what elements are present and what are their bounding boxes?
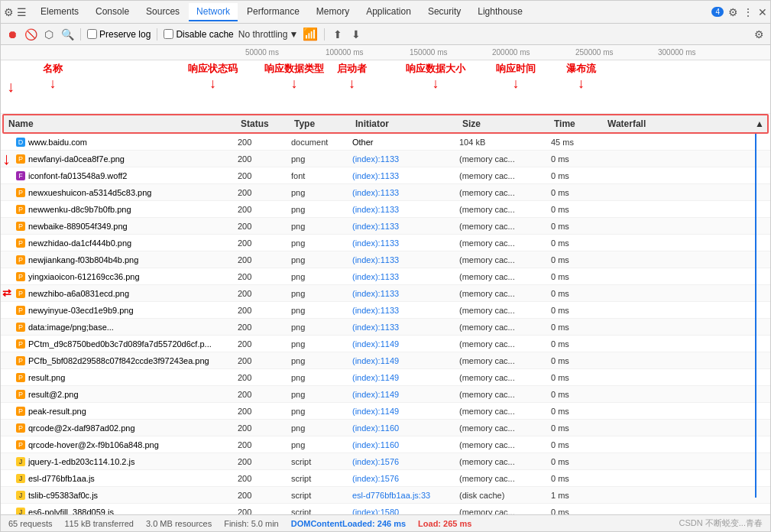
- table-row[interactable]: P newzhibo-a6a0831ecd.png 200 png (index…: [1, 285, 770, 302]
- initiator-link[interactable]: (index):1133: [352, 171, 399, 180]
- table-row[interactable]: P newyinyue-03ecd1e9b9.png 200 png (inde…: [1, 302, 770, 319]
- tab-console[interactable]: Console: [88, 3, 137, 21]
- initiator-link[interactable]: (index):1149: [352, 390, 399, 399]
- initiator-link[interactable]: (index):1149: [352, 407, 399, 416]
- row-initiator[interactable]: (index):1160: [352, 423, 459, 433]
- table-row[interactable]: P PCtm_d9c8750bed0b3c7d089fa7d55720d6cf.…: [1, 336, 770, 352]
- row-initiator[interactable]: (index):1576: [352, 474, 459, 483]
- tab-lighthouse[interactable]: Lighthouse: [470, 3, 530, 21]
- row-initiator[interactable]: (index):1149: [352, 407, 459, 416]
- table-row[interactable]: J jquery-1-edb203c114.10.2.js 200 script…: [1, 453, 770, 470]
- row-initiator[interactable]: (index):1160: [352, 440, 459, 449]
- initiator-link[interactable]: (index):1160: [352, 440, 399, 449]
- row-initiator[interactable]: (index):1149: [352, 339, 459, 349]
- inspect-icon[interactable]: ☰: [17, 6, 27, 18]
- table-row[interactable]: P PCfb_5bf082d29588c07f842ccde3f97243ea.…: [1, 352, 770, 369]
- initiator-link[interactable]: (index):1149: [352, 373, 399, 382]
- tab-sources[interactable]: Sources: [138, 3, 187, 21]
- initiator-link[interactable]: (index):1133: [352, 154, 399, 164]
- annotation-initiator: 启动者 ↓: [337, 62, 367, 92]
- row-initiator[interactable]: (index):1149: [352, 373, 459, 382]
- initiator-link[interactable]: esl-d776bfb1aa.js:33: [352, 491, 430, 500]
- row-initiator[interactable]: (index):1133: [352, 154, 459, 164]
- initiator-link[interactable]: (index):1133: [352, 255, 399, 264]
- row-initiator[interactable]: (index):1576: [352, 457, 459, 466]
- network-table: ↓ ⇄ D www.baidu.com 200 document Other 1…: [1, 134, 770, 514]
- table-row[interactable]: J es6-polyfill_388d059.js 200 script (in…: [1, 504, 770, 514]
- tab-performance[interactable]: Performance: [239, 3, 307, 21]
- table-row[interactable]: P newjiankang-f03b804b4b.png 200 png (in…: [1, 251, 770, 268]
- download-button[interactable]: ⬇: [349, 28, 363, 41]
- row-initiator[interactable]: (index):1133: [352, 188, 459, 197]
- table-row[interactable]: J esl-d776bfb1aa.js 200 script (index):1…: [1, 470, 770, 487]
- row-size: (memory cac...: [459, 390, 551, 399]
- initiator-link[interactable]: (index):1133: [352, 205, 399, 214]
- table-row[interactable]: P newxueshuicon-a5314d5c83.png 200 png (…: [1, 184, 770, 201]
- row-initiator[interactable]: (index):1133: [352, 289, 459, 298]
- initiator-link[interactable]: (index):1133: [352, 272, 399, 281]
- row-initiator[interactable]: (index):1133: [352, 255, 459, 264]
- sep3: [324, 28, 325, 41]
- row-status: 200: [238, 373, 291, 382]
- initiator-link[interactable]: (index):1576: [352, 474, 399, 483]
- search-button[interactable]: 🔍: [60, 28, 74, 41]
- table-row[interactable]: P newwenku-d8c9b7b0fb.png 200 png (index…: [1, 201, 770, 218]
- table-row[interactable]: D www.baidu.com 200 document Other 104 k…: [1, 134, 770, 151]
- table-row[interactable]: P newzhidao-da1cf444b0.png 200 png (inde…: [1, 235, 770, 251]
- row-initiator[interactable]: (index):1580: [352, 508, 459, 515]
- more-icon[interactable]: ⋮: [743, 6, 753, 18]
- row-initiator[interactable]: (index):1133: [352, 171, 459, 180]
- file-name: www.baidu.com: [28, 138, 87, 147]
- row-initiator[interactable]: (index):1149: [352, 390, 459, 399]
- row-initiator[interactable]: (index):1133: [352, 222, 459, 231]
- record-button[interactable]: ⏺: [5, 28, 19, 41]
- initiator-link[interactable]: (index):1149: [352, 356, 399, 365]
- row-initiator[interactable]: (index):1133: [352, 272, 459, 281]
- throttle-button[interactable]: No throttling ▼: [238, 29, 299, 40]
- initiator-link[interactable]: (index):1160: [352, 423, 399, 433]
- initiator-link[interactable]: (index):1580: [352, 508, 399, 515]
- tab-network[interactable]: Network: [189, 3, 238, 21]
- row-initiator[interactable]: esl-d776bfb1aa.js:33: [352, 491, 459, 500]
- tab-application[interactable]: Application: [358, 3, 419, 21]
- tab-memory[interactable]: Memory: [309, 3, 357, 21]
- table-row[interactable]: P result@2.png 200 png (index):1149 (mem…: [1, 386, 770, 403]
- table-row[interactable]: P qrcode-hover@2x-f9b106a848.png 200 png…: [1, 436, 770, 453]
- tab-elements[interactable]: Elements: [33, 3, 86, 21]
- initiator-link[interactable]: (index):1576: [352, 457, 399, 466]
- row-initiator[interactable]: (index):1149: [352, 356, 459, 365]
- table-row[interactable]: F iconfont-fa013548a9.woff2 200 font (in…: [1, 167, 770, 184]
- initiator-link[interactable]: (index):1133: [352, 289, 399, 298]
- initiator-link[interactable]: (index):1133: [352, 306, 399, 315]
- row-initiator[interactable]: (index):1133: [352, 306, 459, 315]
- upload-button[interactable]: ⬆: [331, 28, 345, 41]
- table-row[interactable]: P data:image/png;base... 200 png (index)…: [1, 319, 770, 336]
- initiator-link[interactable]: (index):1149: [352, 339, 399, 349]
- initiator-link[interactable]: (index):1133: [352, 323, 399, 332]
- table-row[interactable]: P newfanyi-da0cea8f7e.png 200 png (index…: [1, 151, 770, 167]
- table-row[interactable]: P qrcode@2x-daf987ad02.png 200 png (inde…: [1, 420, 770, 436]
- initiator-link[interactable]: (index):1133: [352, 188, 399, 197]
- row-waterfall: [604, 251, 770, 268]
- initiator-link[interactable]: (index):1133: [352, 238, 399, 248]
- clear-button[interactable]: 🚫: [24, 28, 37, 41]
- table-row[interactable]: P newbaike-889054f349.png 200 png (index…: [1, 218, 770, 235]
- close-icon[interactable]: ✕: [758, 6, 767, 18]
- file-icon: P: [16, 154, 25, 164]
- initiator-link[interactable]: (index):1133: [352, 222, 399, 231]
- table-row[interactable]: P result.png 200 png (index):1149 (memor…: [1, 369, 770, 386]
- tab-security[interactable]: Security: [420, 3, 468, 21]
- network-rows[interactable]: D www.baidu.com 200 document Other 104 k…: [1, 134, 770, 514]
- row-initiator[interactable]: (index):1133: [352, 238, 459, 248]
- row-initiator[interactable]: (index):1133: [352, 323, 459, 332]
- table-row[interactable]: P peak-result.png 200 png (index):1149 (…: [1, 403, 770, 420]
- settings2-icon[interactable]: ⚙: [752, 28, 766, 41]
- filter-button[interactable]: ⬡: [42, 28, 56, 41]
- table-row[interactable]: P yingxiaoicon-612169cc36.png 200 png (i…: [1, 268, 770, 285]
- row-initiator[interactable]: (index):1133: [352, 205, 459, 214]
- table-row[interactable]: J tslib-c95383af0c.js 200 script esl-d77…: [1, 487, 770, 504]
- preserve-log-checkbox[interactable]: Preserve log: [87, 29, 151, 40]
- row-size: (memory cac...: [459, 339, 551, 349]
- settings-icon[interactable]: ⚙: [728, 6, 738, 18]
- disable-cache-checkbox[interactable]: Disable cache: [164, 29, 233, 40]
